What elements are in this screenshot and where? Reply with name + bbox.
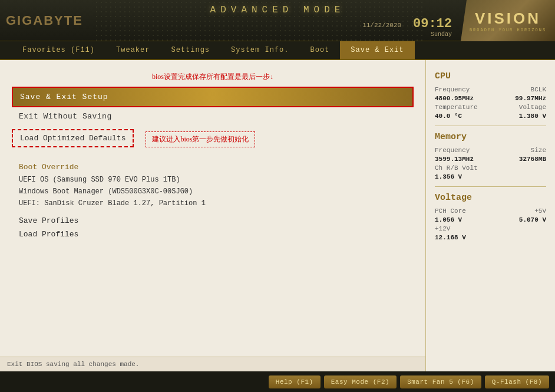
header: GIGABYTE ADVANCED MODE 11/22/2020 09:12 …: [0, 0, 555, 41]
load-optimized-defaults-button[interactable]: Load Optimized Defaults: [12, 129, 134, 147]
vision-sub-text: BROADEN YOUR HORIZONS: [470, 28, 546, 32]
memory-section-title: Memory: [435, 132, 546, 142]
main-content: bios设置完成保存所有配置是最后一步↓ Save & Exit Setup E…: [0, 60, 555, 371]
pch-core-label: PCH Core: [435, 207, 466, 215]
plus12v-value: 12.168 V: [435, 234, 466, 241]
mem-size-label: Size: [531, 147, 546, 154]
datetime-area: 11/22/2020 09:12 Sunday: [362, 17, 452, 38]
plus12v-label-row: +12V: [435, 225, 546, 232]
right-panel: CPU Frequency BCLK 4800.95MHz 99.97MHz T…: [425, 60, 555, 371]
annotation-save-text: bios设置完成保存所有配置是最后一步↓: [12, 72, 414, 82]
cpu-section-title: CPU: [435, 71, 546, 81]
time-display: 09:12: [413, 17, 452, 31]
mem-chvolt-label: Ch R/B Volt: [435, 164, 478, 172]
smart-fan-button[interactable]: Smart Fan 5 (F6): [400, 375, 481, 388]
vision-logo-area: VISION BROADEN YOUR HORIZONS: [461, 0, 555, 41]
mem-freq-value: 3599.13MHz: [435, 156, 474, 163]
plus12v-value-row: 12.168 V: [435, 234, 546, 241]
divider3: [12, 209, 414, 214]
cpu-freq-label: Frequency: [435, 86, 470, 93]
divider-cpu-mem: [435, 126, 546, 126]
boot-item-3[interactable]: UEFI: SanDisk Cruzer Blade 1.27, Partiti…: [12, 197, 414, 209]
left-panel: bios设置完成保存所有配置是最后一步↓ Save & Exit Setup E…: [0, 60, 425, 371]
mem-freq-row: Frequency Size: [435, 147, 546, 154]
easy-mode-button[interactable]: Easy Mode (F2): [324, 375, 397, 388]
divider2: [12, 154, 414, 159]
pch-value-row: 1.056 V 5.070 V: [435, 216, 546, 223]
divider1: [12, 124, 414, 129]
boot-item-1[interactable]: UEFI OS (Samsung SSD 970 EVO Plus 1TB): [12, 174, 414, 186]
gigabyte-logo: GIGABYTE: [6, 13, 83, 28]
plus5v-value: 5.070 V: [519, 216, 546, 223]
mem-size-value: 32768MB: [519, 156, 546, 163]
annotation-defaults-text: 建议进入bios第一步先做初始化: [146, 131, 255, 147]
mem-chvolt-label-row: Ch R/B Volt: [435, 164, 546, 172]
mem-chvolt-value: 1.356 V: [435, 173, 462, 180]
save-profiles-item[interactable]: Save Profiles: [12, 214, 414, 228]
help-button[interactable]: Help (F1): [269, 375, 321, 388]
bottom-bar: Help (F1) Easy Mode (F2) Smart Fan 5 (F6…: [0, 371, 555, 392]
cpu-temp-value: 40.0 °C: [435, 113, 462, 120]
cpu-freq-value-row: 4800.95MHz 99.97MHz: [435, 95, 546, 102]
pch-label-row: PCH Core +5V: [435, 207, 546, 215]
load-defaults-row: Load Optimized Defaults 建议进入bios第一步先做初始化: [12, 129, 414, 150]
cpu-volt-label: Voltage: [519, 104, 546, 111]
cpu-freq-value: 4800.95MHz: [435, 95, 474, 102]
exit-without-saving-button[interactable]: Exit Without Saving: [12, 108, 414, 124]
voltage-section-title: Voltage: [435, 193, 546, 203]
mem-freq-value-row: 3599.13MHz 32768MB: [435, 156, 546, 163]
status-bar: Exit BIOS saving all changes made.: [0, 357, 425, 371]
pch-core-value: 1.056 V: [435, 216, 462, 223]
advanced-mode-title: ADVANCED MODE: [210, 5, 345, 15]
plus12v-label: +12V: [435, 225, 450, 232]
boot-override-label: Boot Override: [12, 159, 414, 174]
mem-chvolt-value-row: 1.356 V: [435, 173, 546, 180]
cpu-temp-row: Temperature Voltage: [435, 104, 546, 111]
nav-boot[interactable]: Boot: [299, 41, 340, 60]
vision-text: VISION: [475, 9, 541, 28]
date-display: 11/22/2020: [362, 22, 401, 29]
divider-mem-volt: [435, 186, 546, 187]
save-exit-setup-button[interactable]: Save & Exit Setup: [12, 87, 414, 107]
cpu-bclk-value: 99.97MHz: [515, 95, 546, 102]
cpu-temp-label: Temperature: [435, 104, 478, 111]
boot-item-2[interactable]: Windows Boot Manager (WDS500G3X0C-00SJG0…: [12, 186, 414, 197]
cpu-bclk-label: BCLK: [531, 86, 546, 93]
nav-favorites[interactable]: Favorites (F11): [12, 41, 105, 60]
cpu-freq-row: Frequency BCLK: [435, 86, 546, 93]
navbar: Favorites (F11) Tweaker Settings System …: [0, 41, 555, 60]
plus5v-label: +5V: [534, 207, 546, 215]
day-display: Sunday: [431, 31, 452, 38]
mem-freq-label: Frequency: [435, 147, 470, 154]
load-profiles-item[interactable]: Load Profiles: [12, 228, 414, 241]
nav-system-info[interactable]: System Info.: [220, 41, 299, 60]
cpu-temp-value-row: 40.0 °C 1.380 V: [435, 113, 546, 120]
nav-settings[interactable]: Settings: [160, 41, 220, 60]
nav-save-exit[interactable]: Save & Exit: [340, 41, 414, 60]
header-title-area: ADVANCED MODE: [210, 5, 345, 15]
status-text: Exit BIOS saving all changes made.: [0, 357, 425, 371]
cpu-volt-value: 1.380 V: [519, 113, 546, 120]
qflash-button[interactable]: Q-Flash (F8): [485, 375, 549, 388]
nav-tweaker[interactable]: Tweaker: [105, 41, 160, 60]
